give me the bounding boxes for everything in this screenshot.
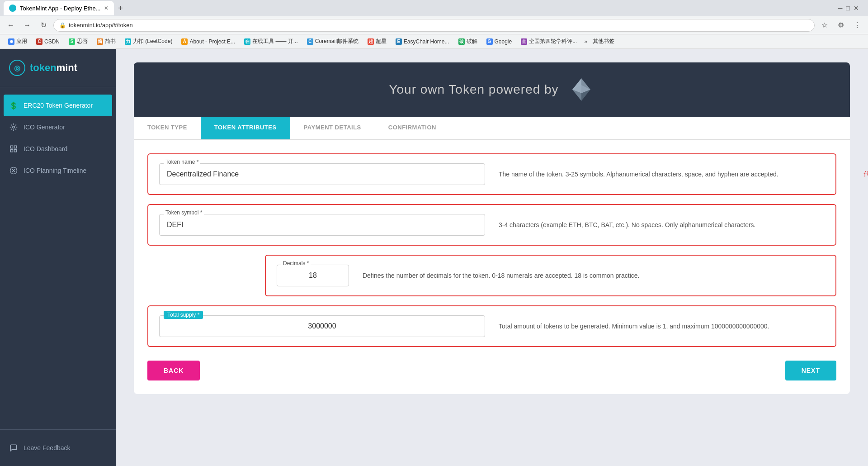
decimals-row: Decimals * Defines the number of decimal… (265, 255, 836, 296)
maximize-button[interactable]: □ (846, 5, 850, 12)
token-name-description: The name of the token. 3-25 symbols. Alp… (499, 170, 825, 179)
svg-rect-2 (14, 146, 17, 148)
bookmark-jianshu[interactable]: 简 简书 (93, 36, 119, 47)
button-row: BACK NEXT (147, 361, 836, 380)
logo-icon: ◎ (9, 60, 25, 76)
new-tab-button[interactable]: + (114, 2, 127, 14)
token-name-row: Token name * The name of the token. 3-25… (147, 153, 836, 195)
decimals-field-group: Decimals * (277, 265, 349, 286)
sidebar-item-feedback-label: Leave Feedback (24, 444, 71, 452)
total-supply-input[interactable] (159, 315, 485, 337)
bookmark-button[interactable]: ☆ (818, 19, 831, 32)
svg-point-0 (13, 126, 15, 128)
svg-rect-1 (10, 146, 13, 148)
bookmark-about[interactable]: A About - Project E... (178, 37, 239, 46)
bookmark-tools[interactable]: 在 在线工具 —— 开... (241, 36, 302, 47)
extensions-button[interactable]: ⚙ (835, 19, 847, 32)
sidebar-item-ico-gen-label: ICO Generator (24, 124, 65, 131)
decimals-label: Decimals * (281, 260, 311, 266)
bookmark-easychair[interactable]: E EasyChair Home... (392, 37, 453, 46)
token-symbol-input[interactable] (159, 214, 485, 236)
token-name-input[interactable] (159, 163, 485, 185)
logo-text-white: mint (57, 62, 77, 73)
bookmark-leetcode-icon: 力 (125, 38, 131, 45)
bookmark-coremail[interactable]: C Coremail邮件系统 (303, 36, 362, 47)
token-symbol-field-group: Token symbol * (159, 214, 485, 236)
bookmark-about-icon: A (181, 38, 188, 45)
bookmark-easychair-icon: E (396, 38, 402, 45)
tab-favicon (9, 5, 16, 12)
total-supply-description: Total amount of tokens to be generated. … (499, 322, 825, 331)
more-bookmarks-text: » (584, 38, 587, 45)
bookmark-google[interactable]: G Google (483, 37, 516, 46)
logo-text-teal: token (30, 62, 57, 73)
bookmark-sifo[interactable]: S 思否 (65, 36, 91, 47)
decimals-input[interactable] (277, 265, 349, 286)
tab-token-type[interactable]: TOKEN TYPE (134, 117, 201, 139)
bookmark-xuepu[interactable]: 全 全国第四轮学科评... (517, 36, 580, 47)
app-container: ◎ tokenmint 💲 ERC20 Token Generator ICO … (0, 49, 868, 466)
bookmark-apps[interactable]: ⊞ 应用 (5, 36, 31, 47)
menu-button[interactable]: ⋮ (851, 19, 863, 32)
bookmark-chaoxing[interactable]: 超 超星 (364, 36, 390, 47)
bookmark-chaoxing-icon: 超 (368, 38, 374, 45)
token-symbol-label: Token symbol * (164, 209, 204, 216)
lock-icon: 🔒 (59, 22, 66, 29)
total-supply-wrapper: Total supply * Total amount of tokens to… (147, 305, 836, 347)
bookmark-others[interactable]: 其他书签 (589, 36, 618, 47)
token-symbol-wrapper: Token symbol * 3-4 characters (example E… (147, 204, 836, 246)
address-bar[interactable]: 🔒 tokenmint.io/app/#/token (53, 19, 815, 32)
minimize-button[interactable]: ─ (838, 5, 843, 12)
tabs-bar: TOKEN TYPE TOKEN ATTRIBUTES PAYMENT DETA… (134, 117, 850, 140)
nav-items: 💲 ERC20 Token Generator ICO Generator IC… (0, 87, 116, 429)
ico-timeline-icon (9, 166, 18, 175)
main-content: Your own Token powered by TOKEN TYPE TOK… (116, 49, 868, 466)
sidebar-item-ico-timeline[interactable]: ICO Planning Timeline (0, 160, 116, 181)
bookmark-tools-icon: 在 (244, 38, 250, 45)
bookmark-pojie-icon: 破 (458, 38, 465, 45)
close-window-button[interactable]: ✕ (854, 5, 859, 12)
svg-rect-4 (14, 150, 17, 152)
token-name-wrapper: Token name * The name of the token. 3-25… (147, 153, 836, 195)
ico-dashboard-icon (9, 144, 18, 153)
sidebar-item-feedback[interactable]: Leave Feedback (0, 437, 116, 459)
token-name-annotation: 代币名字，我写的全名 (863, 170, 868, 178)
tab-close-button[interactable]: ✕ (104, 5, 108, 11)
sidebar-item-erc20[interactable]: 💲 ERC20 Token Generator (4, 95, 112, 116)
svg-rect-3 (10, 150, 13, 152)
bookmark-sifo-icon: S (69, 38, 75, 45)
bookmark-xuepu-icon: 全 (521, 38, 527, 45)
sidebar-item-ico-dashboard[interactable]: ICO Dashboard (0, 138, 116, 160)
reload-button[interactable]: ↻ (37, 19, 50, 32)
logo-area: ◎ tokenmint (0, 49, 116, 87)
tab-token-attributes[interactable]: TOKEN ATTRIBUTES (201, 117, 290, 139)
next-button[interactable]: NEXT (785, 361, 836, 380)
bookmark-csdn-icon: C (36, 38, 42, 45)
token-name-field-group: Token name * (159, 163, 485, 185)
eth-logo (568, 76, 595, 103)
sidebar-item-ico-timeline-label: ICO Planning Timeline (24, 167, 86, 174)
back-button[interactable]: BACK (147, 361, 200, 380)
bookmark-jianshu-icon: 简 (97, 38, 103, 45)
bookmark-leetcode[interactable]: 力 力扣 (LeetCode) (121, 36, 176, 47)
url-text: tokenmint.io/app/#/token (69, 22, 133, 29)
back-nav-button[interactable]: ← (5, 19, 17, 32)
bookmarks-bar: ⊞ 应用 C CSDN S 思否 简 简书 力 力扣 (LeetCode) A … (0, 34, 868, 49)
tab-confirmation[interactable]: CONFIRMATION (375, 117, 450, 139)
decimals-description: Defines the number of decimals for the t… (363, 271, 825, 281)
tab-payment-details[interactable]: PAYMENT DETAILS (290, 117, 375, 139)
browser-chrome: TokenMint App - Deploy Ethe... ✕ + ─ □ ✕… (0, 0, 868, 49)
banner-text: Your own Token powered by (389, 82, 558, 97)
browser-tab[interactable]: TokenMint App - Deploy Ethe... ✕ (4, 1, 114, 15)
bookmark-csdn[interactable]: C CSDN (33, 37, 63, 46)
sidebar-item-ico-generator[interactable]: ICO Generator (0, 116, 116, 138)
bookmark-pojie[interactable]: 破 破解 (455, 36, 481, 47)
token-symbol-description: 3-4 characters (example ETH, BTC, BAT, e… (499, 220, 825, 230)
browser-toolbar: ← → ↻ 🔒 tokenmint.io/app/#/token ☆ ⚙ ⋮ (0, 16, 868, 34)
forward-nav-button[interactable]: → (21, 19, 33, 32)
total-supply-field-group: Total supply * (159, 315, 485, 337)
bookmark-coremail-icon: C (307, 38, 313, 45)
bookmark-google-icon: G (486, 38, 493, 45)
sidebar: ◎ tokenmint 💲 ERC20 Token Generator ICO … (0, 49, 116, 466)
feedback-icon (9, 443, 18, 452)
